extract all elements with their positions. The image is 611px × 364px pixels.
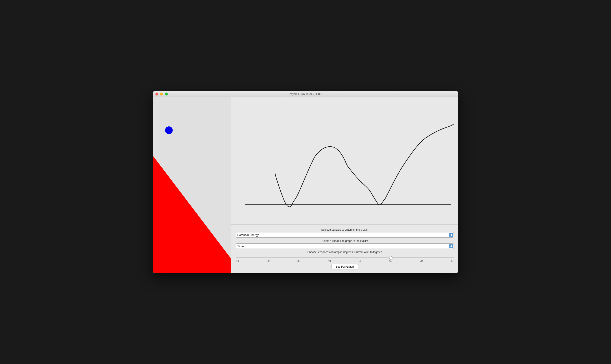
tick-70: 70 [420, 260, 423, 262]
x-axis-control: Select a variable to graph in the x axis… [236, 239, 454, 249]
x-axis-select-wrapper: Time Distance Height Velocity [236, 243, 454, 249]
minimize-button[interactable] [160, 92, 163, 95]
see-full-graph-button[interactable]: See Full Graph [332, 264, 358, 269]
x-axis-select[interactable]: Time Distance Height Velocity [236, 243, 454, 249]
y-axis-control: Select a variable to graph on the y axis… [236, 228, 454, 238]
title-bar: Physics Simulator v. 1.0.0 [153, 91, 458, 97]
graph-area [231, 97, 458, 225]
y-axis-label: Select a variable to graph on the y axis… [236, 228, 454, 231]
steepness-slider[interactable] [236, 257, 454, 258]
traffic-lights [155, 92, 168, 95]
slider-wrapper [236, 255, 454, 259]
ramp-svg [153, 97, 231, 273]
tick-50: 50 [359, 260, 361, 262]
graph-svg [231, 97, 458, 225]
tick-60: 60 [389, 260, 392, 262]
y-axis-select-wrapper: Potential Energy Kinetic Energy Total En… [236, 232, 454, 238]
controls-panel: Select a variable to graph on the y axis… [231, 225, 458, 273]
ramp-canvas [153, 97, 231, 273]
simulation-panel [153, 97, 231, 273]
main-content: Select a variable to graph on the y axis… [153, 97, 458, 273]
slider-ticks: 10 20 30 40 50 60 70 80 [236, 260, 454, 262]
tick-10: 10 [236, 260, 239, 262]
graph-panel: Select a variable to graph on the y axis… [231, 97, 458, 273]
y-axis-select[interactable]: Potential Energy Kinetic Energy Total En… [236, 232, 454, 238]
graph-curve [275, 124, 453, 207]
maximize-button[interactable] [165, 92, 168, 95]
ramp-shape [153, 156, 231, 273]
tick-40: 40 [328, 260, 331, 262]
tick-20: 20 [267, 260, 270, 262]
app-window: Physics Simulator v. 1.0.0 [153, 91, 458, 273]
tick-30: 30 [297, 260, 300, 262]
x-axis-label: Select a variable to graph in the x axis… [236, 239, 454, 243]
window-title: Physics Simulator v. 1.0.0 [289, 92, 322, 96]
tick-80: 80 [451, 260, 453, 262]
steepness-control: Choose steepness of ramp in degrees. Cur… [236, 251, 454, 262]
ball [165, 126, 173, 134]
close-button[interactable] [155, 92, 158, 95]
steepness-label: Choose steepness of ramp in degrees. Cur… [236, 251, 454, 254]
